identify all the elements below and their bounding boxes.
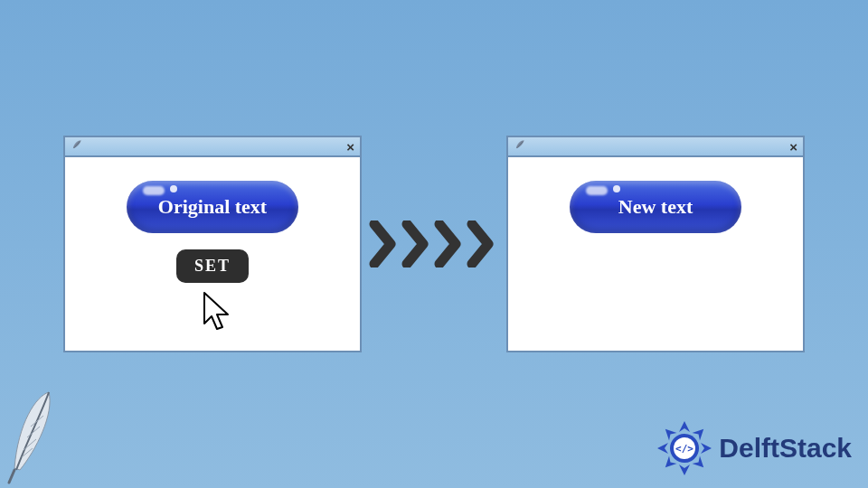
app-window-before: × Original text SET (63, 136, 362, 352)
window-body: New text (508, 157, 803, 351)
brand-name: DelftStack (719, 433, 852, 464)
window-body: Original text SET (65, 157, 360, 351)
chevron-right-icon (401, 221, 434, 267)
set-button[interactable]: SET (176, 249, 249, 283)
label-pill-after: New text (570, 181, 741, 233)
feather-icon (71, 138, 83, 155)
label-pill-before: Original text (127, 181, 298, 233)
set-button-label: SET (194, 257, 231, 275)
app-window-after: × New text (506, 136, 805, 352)
close-icon[interactable]: × (346, 140, 354, 154)
cursor-pointer-icon (199, 291, 239, 342)
chevron-right-icon (434, 221, 467, 267)
pill-text: Original text (158, 195, 267, 219)
titlebar: × (508, 137, 803, 157)
chevron-right-icon (467, 221, 499, 267)
brand-logo-icon: </> (656, 419, 713, 477)
close-icon[interactable]: × (789, 140, 797, 154)
feather-decoration-icon (0, 387, 63, 486)
transition-arrows (369, 221, 499, 267)
titlebar: × (65, 137, 360, 157)
pill-text: New text (618, 195, 693, 219)
brand-badge: </> DelftStack (656, 419, 852, 477)
svg-text:</>: </> (675, 443, 693, 455)
feather-icon (514, 138, 526, 155)
diagram-stage: × Original text SET (0, 0, 868, 488)
chevron-right-icon (369, 221, 401, 267)
